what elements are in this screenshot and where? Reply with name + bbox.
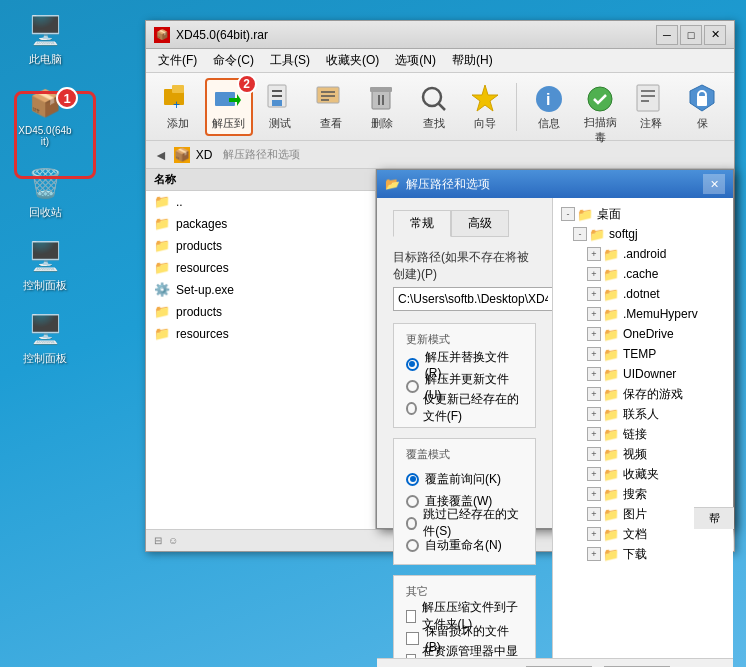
toolbar-scan-button[interactable]: 扫描病毒 [576, 78, 623, 136]
misc-option-2[interactable]: 在资源管理器中显示文件(X) [406, 649, 523, 658]
dialog-close-btn[interactable]: ✕ [703, 174, 725, 194]
tree-search-expand[interactable]: + [587, 487, 601, 501]
update-radio-0 [406, 358, 419, 371]
tree-saved-games-label: 保存的游戏 [623, 386, 683, 403]
desktop-icon-control2[interactable]: 🖥️ 控制面板 [10, 309, 80, 366]
tree-saved-games-icon: 📁 [603, 387, 619, 402]
file-row-resources2[interactable]: 📁 resources [146, 323, 375, 345]
dialog-content: 常规 高级 目标路径(如果不存在将被创建)(P) 新 [377, 198, 733, 658]
tree-root[interactable]: - 📁 桌面 [559, 204, 727, 224]
maximize-button[interactable]: □ [680, 25, 702, 45]
control2-label: 控制面板 [23, 351, 67, 366]
tree-documents-expand[interactable]: + [587, 527, 601, 541]
desktop-icon-control1[interactable]: 🖥️ 控制面板 [10, 236, 80, 293]
tree-links-expand[interactable]: + [587, 427, 601, 441]
tree-memuhyperv-expand[interactable]: + [587, 307, 601, 321]
file-row-parent[interactable]: 📁 .. [146, 191, 375, 213]
desktop-icon-my-computer[interactable]: 🖥️ 此电脑 [10, 10, 80, 67]
tree-android-label: .android [623, 247, 666, 261]
update-radio-1 [406, 380, 419, 393]
menu-help[interactable]: 帮助(H) [444, 50, 501, 71]
path-input[interactable] [393, 287, 553, 311]
tree-pictures-expand[interactable]: + [587, 507, 601, 521]
bottom-bar: 帮 [694, 507, 734, 529]
tree-item-saved-games[interactable]: + 📁 保存的游戏 [559, 384, 727, 404]
extract-label: 解压到 [212, 116, 245, 131]
tree-item-contacts[interactable]: + 📁 联系人 [559, 404, 727, 424]
toolbar-wizard-button[interactable]: 向导 [461, 78, 508, 136]
toolbar-annotate-button[interactable]: 注释 [628, 78, 675, 136]
tree-item-temp[interactable]: + 📁 TEMP [559, 344, 727, 364]
tree-item-dotnet[interactable]: + 📁 .dotnet [559, 284, 727, 304]
tree-item-onedrive[interactable]: + 📁 OneDrive [559, 324, 727, 344]
toolbar-protect-button[interactable]: 保 [679, 78, 726, 136]
tree-item-memuhyperv[interactable]: + 📁 .MemuHyperv [559, 304, 727, 324]
overwrite-radio-2 [406, 517, 417, 530]
delete-icon [364, 83, 400, 116]
file-row-products1[interactable]: 📁 products [146, 235, 375, 257]
desktop-icon-recycle[interactable]: 🗑️ 回收站 [10, 163, 80, 220]
menu-favorites[interactable]: 收藏夹(O) [318, 50, 387, 71]
toolbar-view-button[interactable]: 查看 [308, 78, 355, 136]
test-icon [262, 83, 298, 116]
tree-videos-expand[interactable]: + [587, 447, 601, 461]
toolbar-delete-button[interactable]: 删除 [359, 78, 406, 136]
tree-item-videos[interactable]: + 📁 视频 [559, 444, 727, 464]
tree-saved-games-expand[interactable]: + [587, 387, 601, 401]
tree-item-links[interactable]: + 📁 链接 [559, 424, 727, 444]
tree-android-expand[interactable]: + [587, 247, 601, 261]
setup-file-icon: ⚙️ [154, 282, 170, 298]
toolbar-find-button[interactable]: 查找 [410, 78, 457, 136]
file-list-header: 名称 [146, 169, 375, 191]
tree-downloads-label: 下载 [623, 546, 647, 563]
toolbar-test-button[interactable]: 测试 [257, 78, 304, 136]
tree-item-favorites[interactable]: + 📁 收藏夹 [559, 464, 727, 484]
tree-item-android[interactable]: + 📁 .android [559, 244, 727, 264]
rar-window: 📦 XD45.0(64bit).rar ─ □ ✕ 文件(F) 命令(C) 工具… [145, 20, 735, 552]
overwrite-option-2[interactable]: 跳过已经存在的文件(S) [406, 512, 523, 534]
overwrite-option-3-label: 自动重命名(N) [425, 537, 502, 554]
tree-item-cache[interactable]: + 📁 .cache [559, 264, 727, 284]
tree-item-softgj[interactable]: - 📁 softgj [559, 224, 727, 244]
toolbar-extract-button[interactable]: 2 解压到 [205, 78, 252, 136]
tree-item-uidowner[interactable]: + 📁 UIDowner [559, 364, 727, 384]
tree-cache-expand[interactable]: + [587, 267, 601, 281]
menu-tools[interactable]: 工具(S) [262, 50, 318, 71]
tab-general[interactable]: 常规 [393, 210, 451, 237]
file-row-resources1[interactable]: 📁 resources [146, 257, 375, 279]
tree-item-search[interactable]: + 📁 搜索 [559, 484, 727, 504]
file-row-packages[interactable]: 📁 packages [146, 213, 375, 235]
svg-line-18 [438, 103, 445, 110]
tree-contacts-expand[interactable]: + [587, 407, 601, 421]
tree-root-expand[interactable]: - [561, 207, 575, 221]
tree-pictures-label: 图片 [623, 506, 647, 523]
toolbar-info-button[interactable]: i 信息 [525, 78, 572, 136]
back-arrow[interactable]: ◄ [154, 147, 168, 163]
update-option-2[interactable]: 仅更新已经存在的文件(F) [406, 397, 523, 419]
tree-uidowner-expand[interactable]: + [587, 367, 601, 381]
status-text: ⊟ ☺ [154, 535, 178, 546]
minimize-button[interactable]: ─ [656, 25, 678, 45]
tree-downloads-expand[interactable]: + [587, 547, 601, 561]
overwrite-option-0[interactable]: 覆盖前询问(K) [406, 468, 523, 490]
overwrite-option-2-label: 跳过已经存在的文件(S) [423, 506, 523, 540]
close-button[interactable]: ✕ [704, 25, 726, 45]
update-mode-title: 更新模式 [406, 332, 523, 347]
menu-file[interactable]: 文件(F) [150, 50, 205, 71]
overwrite-radio-1 [406, 495, 419, 508]
tree-temp-expand[interactable]: + [587, 347, 601, 361]
toolbar-add-button[interactable]: + 添加 [154, 78, 201, 136]
file-row-setup[interactable]: ⚙️ Set-up.exe [146, 279, 375, 301]
resources1-folder-icon: 📁 [154, 260, 170, 276]
tree-onedrive-expand[interactable]: + [587, 327, 601, 341]
menu-options[interactable]: 选项(N) [387, 50, 444, 71]
tree-dotnet-expand[interactable]: + [587, 287, 601, 301]
tree-item-downloads[interactable]: + 📁 下载 [559, 544, 727, 564]
menu-command[interactable]: 命令(C) [205, 50, 262, 71]
tree-softgj-expand[interactable]: - [573, 227, 587, 241]
file-row-products2[interactable]: 📁 products [146, 301, 375, 323]
tab-advanced[interactable]: 高级 [451, 210, 509, 237]
address-text: XD [196, 148, 213, 162]
info-icon: i [531, 83, 567, 116]
tree-favorites-expand[interactable]: + [587, 467, 601, 481]
